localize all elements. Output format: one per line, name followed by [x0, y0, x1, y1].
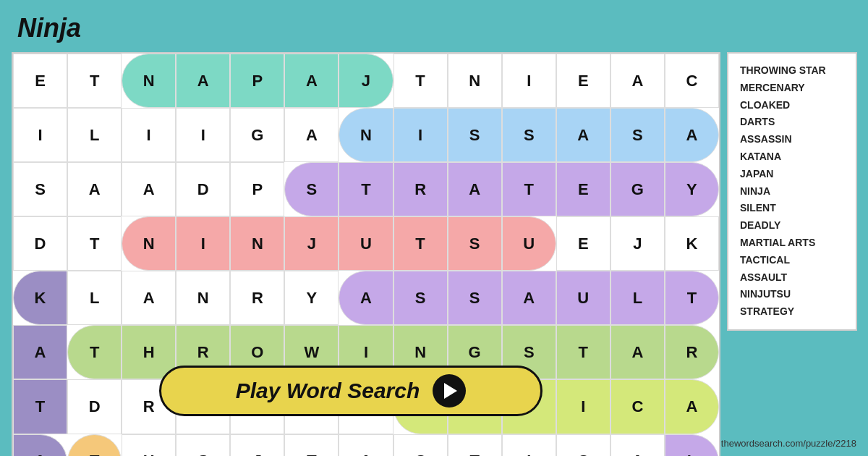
cell-0-11[interactable]: A [610, 54, 665, 108]
cell-2-5[interactable]: S [284, 162, 339, 216]
cell-5-0[interactable]: A [13, 325, 67, 379]
cell-1-4[interactable]: G [230, 108, 284, 162]
cell-6-1[interactable]: D [67, 379, 122, 434]
page-title: Ninja [17, 13, 81, 43]
word-list-item-7: JAPAN [740, 166, 844, 183]
word-list-item-14: NINJUTSU [740, 286, 844, 303]
cell-7-1[interactable]: T [67, 434, 122, 456]
cell-3-5[interactable]: J [284, 216, 339, 271]
cell-0-3[interactable]: A [176, 54, 230, 108]
cell-4-7[interactable]: S [393, 271, 448, 325]
cell-2-7[interactable]: R [393, 162, 448, 216]
cell-4-1[interactable]: L [67, 271, 122, 325]
word-list-item-10: DEADLY [740, 217, 844, 235]
cell-7-8[interactable]: T [448, 434, 502, 456]
cell-1-11[interactable]: S [610, 108, 665, 162]
cell-5-10[interactable]: T [556, 325, 610, 379]
cell-1-0[interactable]: I [13, 108, 67, 162]
play-icon [433, 374, 466, 408]
cell-3-0[interactable]: D [13, 216, 67, 271]
word-list-item-12: TACTICAL [740, 252, 844, 269]
cell-3-6[interactable]: U [339, 216, 393, 271]
cell-4-12[interactable]: T [665, 271, 719, 325]
cell-1-9[interactable]: S [502, 108, 556, 162]
cell-7-5[interactable]: T [284, 434, 339, 456]
cell-7-3[interactable]: S [176, 434, 230, 456]
cell-2-3[interactable]: D [176, 162, 230, 216]
cell-4-5[interactable]: Y [284, 271, 339, 325]
cell-7-4[interactable]: J [230, 434, 284, 456]
cell-4-0[interactable]: K [13, 271, 67, 325]
cell-4-11[interactable]: L [610, 271, 665, 325]
cell-4-3[interactable]: N [176, 271, 230, 325]
cell-1-1[interactable]: L [67, 108, 122, 162]
cell-0-1[interactable]: T [67, 54, 122, 108]
cell-7-10[interactable]: C [556, 434, 610, 456]
cell-2-4[interactable]: P [230, 162, 284, 216]
cell-7-6[interactable]: A [339, 434, 393, 456]
word-list-item-4: DARTS [740, 114, 844, 131]
cell-4-8[interactable]: S [448, 271, 502, 325]
cell-0-2[interactable]: N [122, 54, 176, 108]
cell-3-7[interactable]: T [393, 216, 448, 271]
cell-0-9[interactable]: I [502, 54, 556, 108]
cell-1-8[interactable]: S [448, 108, 502, 162]
cell-3-3[interactable]: I [176, 216, 230, 271]
cell-1-7[interactable]: I [393, 108, 448, 162]
cell-0-6[interactable]: J [339, 54, 393, 108]
cell-2-11[interactable]: G [610, 162, 665, 216]
cell-2-2[interactable]: A [122, 162, 176, 216]
cell-4-9[interactable]: A [502, 271, 556, 325]
cell-1-6[interactable]: N [339, 108, 393, 162]
cell-7-2[interactable]: H [122, 434, 176, 456]
cell-7-12[interactable]: L [665, 434, 719, 456]
cell-4-2[interactable]: A [122, 271, 176, 325]
cell-3-2[interactable]: N [122, 216, 176, 271]
cell-1-10[interactable]: A [556, 108, 610, 162]
cell-6-10[interactable]: I [556, 379, 610, 434]
cell-2-1[interactable]: A [67, 162, 122, 216]
cell-2-12[interactable]: Y [665, 162, 719, 216]
cell-4-10[interactable]: U [556, 271, 610, 325]
cell-3-1[interactable]: T [67, 216, 122, 271]
cell-2-8[interactable]: A [448, 162, 502, 216]
cell-2-9[interactable]: T [502, 162, 556, 216]
cell-5-1[interactable]: T [67, 325, 122, 379]
cell-0-4[interactable]: P [230, 54, 284, 108]
cell-1-12[interactable]: A [665, 108, 719, 162]
cell-5-11[interactable]: A [610, 325, 665, 379]
cell-2-6[interactable]: T [339, 162, 393, 216]
cell-2-0[interactable]: S [13, 162, 67, 216]
word-list-item-2: MERCENARY [740, 80, 844, 97]
cell-7-0[interactable]: A [13, 434, 67, 456]
cell-7-9[interactable]: I [502, 434, 556, 456]
cell-7-11[interactable]: A [610, 434, 665, 456]
cell-0-10[interactable]: E [556, 54, 610, 108]
cell-2-10[interactable]: E [556, 162, 610, 216]
cell-6-12[interactable]: A [665, 379, 719, 434]
cell-5-12[interactable]: R [665, 325, 719, 379]
word-list-item-3: CLOAKED [740, 97, 844, 114]
cell-1-2[interactable]: I [122, 108, 176, 162]
play-word-search-button[interactable]: Play Word Search [159, 366, 542, 416]
cell-3-4[interactable]: N [230, 216, 284, 271]
cell-3-10[interactable]: E [556, 216, 610, 271]
cell-0-8[interactable]: N [448, 54, 502, 108]
cell-0-12[interactable]: C [665, 54, 719, 108]
footer-url: thewordsearch.com/puzzle/2218 [721, 438, 856, 449]
cell-1-5[interactable]: A [284, 108, 339, 162]
cell-0-0[interactable]: E [13, 54, 67, 108]
cell-1-3[interactable]: I [176, 108, 230, 162]
cell-3-9[interactable]: U [502, 216, 556, 271]
cell-3-12[interactable]: K [665, 216, 719, 271]
cell-3-8[interactable]: S [448, 216, 502, 271]
word-list-item-13: ASSAULT [740, 269, 844, 287]
cell-4-4[interactable]: R [230, 271, 284, 325]
cell-6-11[interactable]: C [610, 379, 665, 434]
cell-0-5[interactable]: A [284, 54, 339, 108]
cell-3-11[interactable]: J [610, 216, 665, 271]
cell-7-7[interactable]: C [393, 434, 448, 456]
cell-0-7[interactable]: T [393, 54, 448, 108]
cell-4-6[interactable]: A [339, 271, 393, 325]
cell-6-0[interactable]: T [13, 379, 67, 434]
